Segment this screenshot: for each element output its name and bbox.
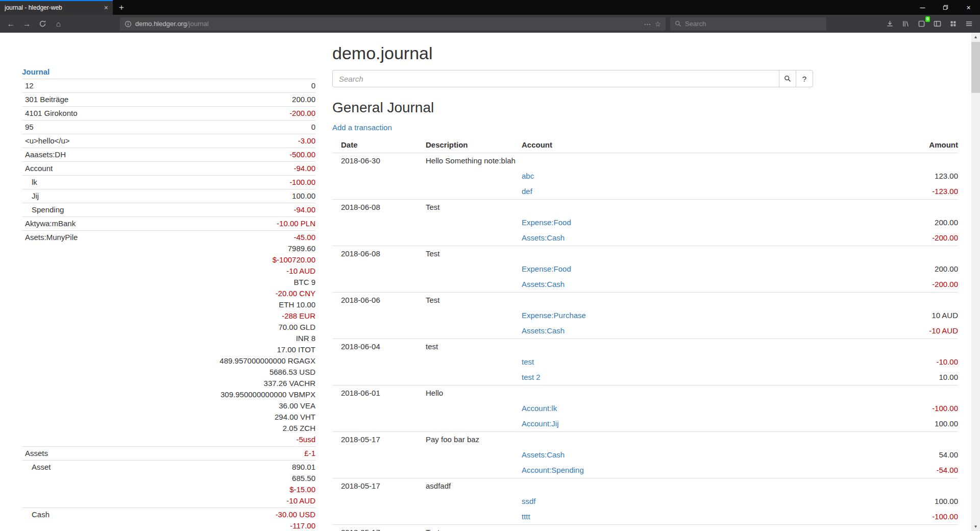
- posting-account-link[interactable]: tttt: [522, 512, 530, 521]
- sidebar-account-row: 4101 Girokonto-200.00: [22, 107, 315, 120]
- posting-amount: 200.00: [846, 215, 958, 230]
- sidebar-account-row: Spending-94.00: [22, 203, 315, 217]
- back-button[interactable]: ←: [3, 16, 19, 31]
- search-help-button[interactable]: ?: [796, 70, 813, 87]
- column-header-date: Date: [332, 137, 422, 153]
- sidebar-journal-link[interactable]: Journal: [22, 67, 50, 76]
- sidebar-account-row: Account-94.00: [22, 162, 315, 176]
- url-path: /journal: [187, 20, 209, 28]
- sidebar-account-balance: 17.00 ITOT: [130, 344, 315, 355]
- sidebar-account-link[interactable]: Aaasets:DH: [25, 150, 66, 159]
- home-button[interactable]: ⌂: [51, 16, 66, 31]
- browser-search-placeholder: Search: [685, 20, 706, 28]
- reload-button[interactable]: [35, 16, 51, 31]
- accounts-sidebar: Journal 120301 Beiträge200.004101 Giroko…: [0, 33, 315, 531]
- column-header-amount: Amount: [846, 137, 958, 153]
- window-minimize-button[interactable]: [911, 0, 934, 15]
- page-actions-icon[interactable]: ⋯: [644, 20, 651, 28]
- page-scrollbar[interactable]: ▲ ▼: [971, 33, 980, 531]
- sidebar-account-balance: £-1: [130, 448, 315, 459]
- transaction-description: Test: [422, 200, 958, 215]
- posting-account-link[interactable]: Expense:Food: [522, 264, 571, 273]
- transaction-description: Test: [422, 293, 958, 308]
- posting-account-link[interactable]: test: [522, 357, 534, 366]
- journal-search-input[interactable]: [332, 70, 779, 87]
- journal-search-button[interactable]: [779, 70, 796, 87]
- posting-account-link[interactable]: Assets:Cash: [522, 326, 565, 335]
- url-text[interactable]: demo.hledger.org/journal: [135, 20, 209, 28]
- sidebar-account-balance: 100.00: [130, 190, 315, 202]
- sidebar-account-balance: -30.00 USD: [130, 509, 315, 520]
- scrollbar-thumb[interactable]: [971, 42, 980, 93]
- site-info-icon[interactable]: [125, 20, 132, 28]
- browser-toolbar: ← → ⌂ demo.hledger.org/journal ⋯ ☆ Searc…: [0, 15, 980, 33]
- page-content: Journal 120301 Beiträge200.004101 Giroko…: [0, 33, 980, 531]
- bookmark-star-icon[interactable]: ☆: [654, 20, 661, 28]
- sidebar-account-link[interactable]: 12: [25, 81, 34, 90]
- posting-account-link[interactable]: ssdf: [522, 497, 536, 505]
- sidebar-account-row: lk-100.00: [22, 176, 315, 189]
- transaction: 2018-06-08TestExpense:Food200.00Assets:C…: [332, 200, 958, 246]
- transaction: 2018-06-06TestExpense:Purchase10 AUDAsse…: [332, 293, 958, 339]
- sidebar-account-link[interactable]: Asset: [32, 463, 51, 471]
- downloads-button[interactable]: [882, 16, 898, 31]
- posting-account-link[interactable]: abc: [522, 172, 534, 180]
- sidebar-account-balance: $-100720.00: [130, 254, 315, 266]
- tab-title: journal - hledger-web: [5, 4, 100, 11]
- sidebar-account-link[interactable]: Aktywa:mBank: [25, 219, 76, 228]
- menu-button[interactable]: [961, 16, 977, 31]
- library-button[interactable]: [898, 16, 914, 31]
- url-bar[interactable]: demo.hledger.org/journal ⋯ ☆: [120, 17, 666, 31]
- forward-button[interactable]: →: [19, 16, 35, 31]
- posting-account-link[interactable]: Account:Jij: [522, 419, 559, 428]
- sidebar-account-link[interactable]: Jij: [32, 191, 39, 200]
- sidebar-account-link[interactable]: Cash: [32, 510, 50, 519]
- window-restore-button[interactable]: [934, 0, 957, 15]
- sidebar-account-link[interactable]: 95: [25, 123, 34, 131]
- sidebar-account-link[interactable]: Spending: [32, 205, 64, 214]
- sidebar-account-balance: -500.00: [130, 149, 315, 160]
- posting-account-link[interactable]: Assets:Cash: [522, 280, 565, 288]
- posting-account-link[interactable]: Account:Spending: [522, 466, 584, 474]
- sidebar-account-link[interactable]: 4101 Girokonto: [25, 109, 78, 117]
- transaction-date: 2018-05-17: [332, 432, 422, 448]
- browser-tab[interactable]: journal - hledger-web ×: [0, 0, 113, 15]
- posting-account-link[interactable]: test 2: [522, 373, 541, 381]
- scroll-down-arrow-icon[interactable]: ▼: [971, 522, 980, 531]
- posting-account-link[interactable]: def: [522, 187, 532, 196]
- transaction-date: 2018-06-30: [332, 153, 422, 169]
- scroll-up-arrow-icon[interactable]: ▲: [971, 33, 980, 41]
- browser-titlebar: journal - hledger-web × + ×: [0, 0, 980, 15]
- posting-account-link[interactable]: Expense:Purchase: [522, 311, 586, 320]
- transaction-description: Test: [422, 525, 958, 531]
- sidebar-account-balance: 890.01: [130, 462, 315, 473]
- transaction-description: Hello Something note:blah: [422, 153, 958, 169]
- posting-row: Expense:Purchase10 AUD: [332, 308, 958, 323]
- posting-row: tttt-100.00: [332, 509, 958, 525]
- posting-account-link[interactable]: Assets:Cash: [522, 233, 565, 242]
- tab-close-icon[interactable]: ×: [104, 4, 108, 11]
- sidebar-account-link[interactable]: lk: [32, 178, 37, 186]
- sidebar-account-balance: -10.00 PLN: [130, 218, 315, 229]
- posting-amount: 200.00: [846, 261, 958, 277]
- sidebar-account-row: 301 Beiträge200.00: [22, 93, 315, 107]
- apps-button[interactable]: [945, 16, 961, 31]
- sidebar-account-balance: -94.00: [130, 204, 315, 215]
- sidebar-account-link[interactable]: Account: [25, 164, 53, 173]
- posting-account-link[interactable]: Expense:Food: [522, 218, 571, 227]
- window-close-button[interactable]: ×: [957, 0, 980, 15]
- transaction: 2018-05-17Pay foo bar bazAssets:Cash54.0…: [332, 432, 958, 478]
- sidebar-account-link[interactable]: Asets:MunyPile: [25, 233, 78, 242]
- new-tab-button[interactable]: +: [113, 0, 130, 15]
- search-icon: [784, 75, 791, 82]
- extension-button[interactable]: 0: [914, 16, 929, 31]
- sidebar-account-link[interactable]: 301 Beiträge: [25, 95, 68, 104]
- posting-account-link[interactable]: Account:lk: [522, 404, 557, 413]
- add-transaction-link[interactable]: Add a transaction: [332, 123, 392, 132]
- sidebar-account-row: Aaasets:DH-500.00: [22, 148, 315, 162]
- browser-search-bar[interactable]: Search: [670, 17, 826, 31]
- posting-account-link[interactable]: Assets:Cash: [522, 450, 565, 459]
- sidebar-toggle-button[interactable]: [929, 16, 945, 31]
- sidebar-account-link[interactable]: Assets: [25, 449, 48, 457]
- sidebar-account-link[interactable]: <u>hello</u>: [25, 136, 70, 145]
